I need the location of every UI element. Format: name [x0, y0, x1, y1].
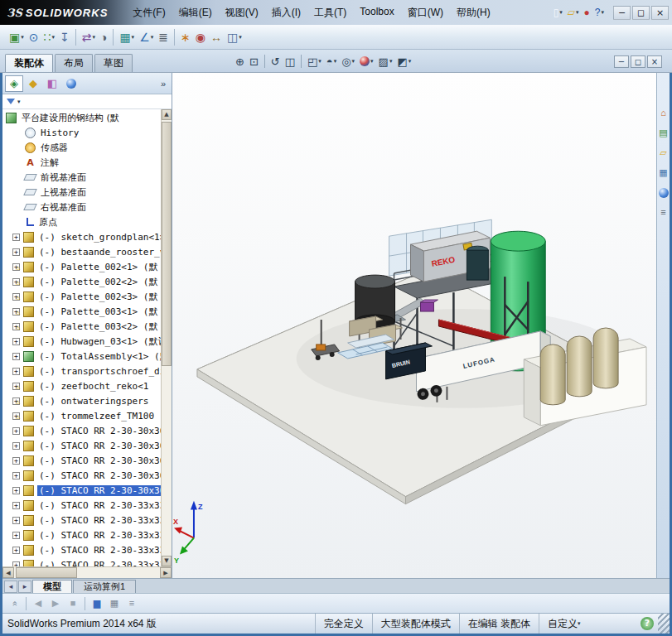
expander-icon[interactable]: + — [12, 457, 20, 465]
tab-motion-study-1[interactable]: 运动算例1 — [73, 580, 136, 593]
exploded-view-icon[interactable]: ∗ — [178, 28, 193, 46]
tree-item[interactable]: History — [2, 125, 161, 140]
expander-icon[interactable]: + — [12, 472, 20, 479]
tree-item[interactable]: 原点 — [2, 214, 161, 229]
appearances-icon[interactable] — [658, 187, 669, 198]
tree-item[interactable]: +⚠(-) zeefbocht_reko<1 — [2, 378, 161, 393]
maximize-button[interactable]: ◻ — [632, 6, 650, 20]
tree-item[interactable]: +(-) STACO RR 2-30-30x30 — [2, 453, 161, 468]
tab-model[interactable]: 模型 — [32, 580, 72, 593]
home-icon[interactable]: ⌂ — [658, 108, 669, 118]
expander-icon[interactable]: + — [12, 248, 20, 256]
tree-item[interactable]: +(-) TotalAssembly<1> (默 — [2, 349, 161, 364]
tree-vertical-scrollbar[interactable]: ▲ ▼ — [161, 109, 172, 566]
motionmanager-expand-icon[interactable]: » — [7, 596, 22, 611]
tab-sketch[interactable]: 草图 — [94, 54, 133, 72]
tree-item[interactable]: +(-) sketch_grondplan<1> — [2, 229, 161, 244]
display-style-icon[interactable]: ◓▾ — [325, 54, 338, 69]
zoom-to-area-icon[interactable]: ⊡ — [248, 54, 260, 69]
configurationmanager-tab[interactable]: ◧ — [43, 75, 61, 92]
tree-item[interactable]: 传感器 — [2, 140, 161, 155]
reference-geometry-icon[interactable]: ∠▾ — [137, 28, 156, 46]
menu-item[interactable]: 帮助(H) — [450, 3, 497, 22]
menu-item[interactable]: 文件(F) — [126, 3, 172, 22]
mate-icon[interactable]: ⊙ — [27, 28, 41, 46]
expander-icon[interactable]: + — [12, 532, 20, 539]
tree-item[interactable]: +(-) STACO RR 2-30-33x33 — [2, 528, 161, 542]
scroll-left-arrow[interactable]: ◀ — [2, 567, 14, 578]
expander-icon[interactable]: + — [12, 547, 20, 554]
hscroll-track[interactable] — [14, 567, 160, 578]
tree-item[interactable]: +⚠(-) Palette_002<3> (默 — [2, 289, 161, 304]
menu-item[interactable]: 编辑(E) — [172, 3, 219, 22]
scroll-up-arrow[interactable]: ▲ — [162, 109, 172, 120]
panel-overflow-button[interactable]: » — [157, 79, 169, 89]
tree-item[interactable]: 右视基准面 — [2, 200, 161, 214]
tree-item[interactable]: +(-) STACO RR 2-30-30x30 — [2, 483, 161, 498]
doc-restore-button[interactable]: ◻ — [631, 55, 645, 68]
assembly-features-icon[interactable]: ▦▾ — [117, 28, 137, 46]
menu-item[interactable]: 工具(T) — [307, 3, 353, 22]
minimize-button[interactable]: − — [613, 6, 631, 20]
status-segment[interactable]: 自定义 ▾ — [539, 614, 636, 634]
expander-icon[interactable]: + — [12, 442, 20, 450]
smart-fasteners-icon[interactable]: ↧ — [57, 28, 72, 46]
zoom-to-fit-icon[interactable]: ⊕ — [234, 54, 246, 69]
vscroll-track[interactable] — [162, 120, 172, 556]
tree-item[interactable]: +⚠(-) Palette_002<2> (默 — [2, 274, 161, 289]
doc-close-button[interactable]: × — [647, 55, 662, 68]
expander-icon[interactable]: + — [12, 368, 20, 375]
hscroll-thumb[interactable] — [16, 567, 77, 578]
tree-item[interactable]: +⚠(-) Palette_003<1> (默 — [2, 304, 161, 319]
motion-results-icon[interactable]: ▆ — [89, 596, 104, 611]
tree-item[interactable]: 上视基准面 — [2, 185, 161, 200]
tree-item[interactable]: +(-) transportschroef_di — [2, 364, 161, 378]
expander-icon[interactable]: + — [12, 517, 20, 524]
vscroll-thumb[interactable] — [162, 122, 172, 366]
tree-horizontal-scrollbar[interactable]: ◀ ▶ — [2, 566, 172, 578]
menu-item[interactable]: 窗口(W) — [401, 3, 450, 22]
expander-icon[interactable]: + — [12, 353, 20, 360]
file-explorer-icon[interactable]: ▱ — [658, 147, 669, 158]
tree-item[interactable]: A注解 — [2, 155, 161, 170]
expander-icon[interactable]: + — [12, 338, 20, 345]
tree-item[interactable]: 前视基准面 — [2, 170, 161, 185]
filter-icon[interactable] — [7, 99, 15, 104]
tab-scroll-right-button[interactable]: ▸ — [18, 581, 31, 593]
menu-item[interactable]: 视图(V) — [219, 3, 265, 22]
play-icon[interactable]: ▶ — [48, 596, 63, 611]
view-settings-icon[interactable]: ◩▾ — [395, 54, 413, 69]
insert-components-icon[interactable]: ▣▾ — [7, 28, 27, 46]
view-palette-icon[interactable]: ▦ — [658, 167, 669, 178]
tree-root[interactable]: 平台建设用的钢结构 (默 — [2, 110, 161, 125]
tree-item[interactable]: +(-) STACO RR 2-30-33x33 — [2, 557, 161, 566]
menu-item[interactable]: Toolbox — [353, 3, 400, 22]
bill-of-materials-icon[interactable]: ≣ — [156, 28, 171, 46]
interference-detection-icon[interactable]: ◉ — [193, 28, 208, 46]
new-document-icon[interactable]: ▯▾ — [551, 4, 565, 21]
filter-caret-icon[interactable]: ▾ — [17, 99, 21, 105]
expander-icon[interactable]: + — [12, 502, 20, 509]
quick-tips-icon[interactable]: ? — [641, 617, 654, 630]
edit-appearance-icon[interactable]: ▾ — [358, 54, 375, 69]
motion-calculate-icon[interactable]: ▦ — [107, 596, 122, 611]
tree-item[interactable]: +(-) Hubwagen_03<1> (默认 — [2, 334, 161, 349]
section-properties-icon[interactable]: ◫▾ — [225, 28, 244, 46]
displaymanager-tab[interactable] — [62, 75, 80, 92]
expander-icon[interactable]: + — [12, 487, 20, 494]
expander-icon[interactable]: + — [12, 427, 20, 435]
open-document-icon[interactable]: ▱▾ — [565, 4, 582, 21]
featuremanager-tab[interactable]: ◈ — [5, 75, 23, 92]
stop-icon[interactable]: ■ — [65, 596, 80, 611]
tree-item[interactable]: +(-) STACO RR 2-30-33x33 — [2, 513, 161, 528]
help-icon[interactable]: ?▾ — [592, 4, 607, 21]
design-library-icon[interactable]: ▤ — [658, 128, 669, 138]
doc-minimize-button[interactable]: − — [614, 55, 629, 68]
linear-component-pattern-icon[interactable]: ∷▾ — [41, 28, 56, 46]
menu-item[interactable]: 插入(I) — [265, 3, 307, 22]
tree-item[interactable]: +⚠(-) Palette_002<1> (默 — [2, 259, 161, 274]
model-canvas[interactable]: REKO — [172, 73, 656, 578]
play-from-start-icon[interactable]: ◀ — [31, 596, 46, 611]
tree-item[interactable]: +(-) STACO RR 2-30-30x30 — [2, 468, 161, 483]
tree-item[interactable]: +(-) bestaande_rooster_v — [2, 244, 161, 259]
